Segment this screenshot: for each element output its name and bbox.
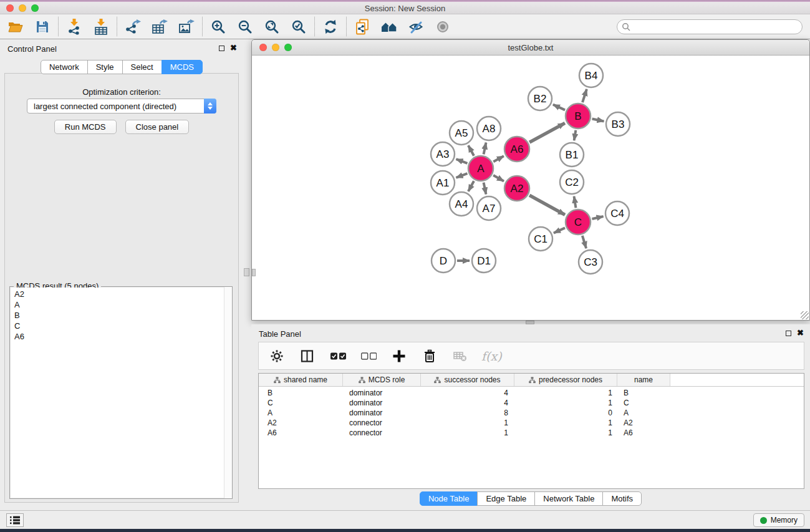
edge-B-B2[interactable] <box>553 105 565 110</box>
delete-table-icon[interactable] <box>451 346 470 366</box>
zoom-fit-icon[interactable] <box>263 17 281 37</box>
cell[interactable]: 4 <box>421 399 514 407</box>
table-tab-motifs[interactable]: Motifs <box>602 491 642 506</box>
function-builder-icon[interactable]: f(x) <box>481 349 502 363</box>
table-tab-node-table[interactable]: Node Table <box>420 491 478 506</box>
cell[interactable]: 4 <box>421 389 514 397</box>
table-row-A6[interactable]: A6connector11A6 <box>259 428 804 438</box>
edge-A-A7[interactable] <box>484 183 486 195</box>
cell[interactable]: connector <box>343 418 421 427</box>
edge-A-A2[interactable] <box>493 175 504 181</box>
cell[interactable]: B <box>259 389 343 397</box>
result-item-C[interactable]: C <box>11 321 231 331</box>
cell[interactable]: dominator <box>343 409 421 417</box>
table-tab-edge-table[interactable]: Edge Table <box>477 491 535 506</box>
result-item-A2[interactable]: A2 <box>11 288 231 299</box>
cell[interactable]: 1 <box>514 399 617 407</box>
tab-style[interactable]: Style <box>87 60 123 74</box>
edge-B-B4[interactable] <box>582 89 587 102</box>
cell[interactable]: dominator <box>343 389 421 397</box>
criterion-dropdown[interactable]: largest connected component (directed) <box>27 99 216 114</box>
select-all-icon[interactable] <box>329 346 347 366</box>
search-input[interactable] <box>617 19 803 34</box>
edge-A-A3[interactable] <box>456 159 468 163</box>
zoom-in-icon[interactable] <box>209 17 228 37</box>
hide-graphics-details-icon[interactable] <box>407 17 425 37</box>
cell[interactable]: C <box>617 399 670 407</box>
task-history-button[interactable] <box>6 513 24 527</box>
memory-button[interactable]: Memory <box>753 513 804 527</box>
open-session-icon[interactable] <box>6 17 25 37</box>
network-graph[interactable]: AA1A2A3A4A5A6A7A8BB1B2B3B4CC1C2C3C4DD1 <box>252 56 809 320</box>
edge-A-A5[interactable] <box>468 145 474 156</box>
edge-A-A6[interactable] <box>493 156 504 162</box>
close-panel-icon[interactable]: ✖ <box>230 45 237 51</box>
edge-A6-B[interactable] <box>529 123 565 142</box>
network-canvas[interactable]: AA1A2A3A4A5A6A7A8BB1B2B3B4CC1C2C3C4DD1 <box>252 56 809 320</box>
tab-network[interactable]: Network <box>41 60 88 74</box>
deselect-all-icon[interactable] <box>359 346 378 366</box>
cell[interactable]: dominator <box>343 399 421 407</box>
edge-A-A8[interactable] <box>484 143 486 155</box>
table-row-B[interactable]: Bdominator41B <box>259 388 804 398</box>
cell[interactable]: A2 <box>259 418 343 427</box>
edge-B-B1[interactable] <box>574 130 576 141</box>
table-tab-network-table[interactable]: Network Table <box>534 491 603 506</box>
table-row-A2[interactable]: A2connector11A2 <box>259 418 804 428</box>
home-icon[interactable] <box>380 17 398 37</box>
result-item-B[interactable]: B <box>11 310 231 321</box>
clone-network-icon[interactable] <box>353 17 372 37</box>
edge-C-C1[interactable] <box>554 228 565 233</box>
export-network-icon[interactable] <box>123 17 142 37</box>
result-item-A[interactable]: A <box>11 299 231 310</box>
cell[interactable]: A <box>617 409 670 417</box>
result-scrollbar[interactable] <box>224 287 232 498</box>
cell[interactable]: 1 <box>514 418 617 427</box>
column-header-shared-name[interactable]: shared name <box>259 374 343 386</box>
refresh-icon[interactable] <box>321 17 340 37</box>
add-column-icon[interactable] <box>390 346 408 366</box>
column-header-name[interactable]: name <box>617 374 670 386</box>
network-window-titlebar[interactable]: testGlobe.txt <box>252 40 809 56</box>
export-image-icon[interactable] <box>177 17 196 37</box>
cell[interactable]: A6 <box>259 428 343 437</box>
edge-B-B3[interactable] <box>592 119 604 122</box>
cell[interactable]: 1 <box>514 389 617 397</box>
column-header-successor-nodes[interactable]: successor nodes <box>421 374 514 386</box>
cell[interactable]: A6 <box>617 428 670 437</box>
zoom-selected-icon[interactable] <box>289 17 308 37</box>
cell[interactable]: B <box>617 389 670 397</box>
run-mcds-button[interactable]: Run MCDS <box>54 120 117 134</box>
tab-mcds[interactable]: MCDS <box>162 60 203 74</box>
import-network-icon[interactable] <box>65 17 84 37</box>
mcds-result-list[interactable]: A2ABCA6 <box>11 288 231 498</box>
cell[interactable]: C <box>259 399 343 407</box>
network-left-scrollbar-thumb[interactable] <box>252 269 256 276</box>
float-panel-icon[interactable] <box>219 46 224 51</box>
import-table-icon[interactable] <box>92 17 110 37</box>
edge-C-C2[interactable] <box>574 196 576 208</box>
cell[interactable]: A2 <box>617 418 670 427</box>
edge-C-C3[interactable] <box>582 236 586 248</box>
result-item-A6[interactable]: A6 <box>11 331 231 342</box>
close-table-panel-icon[interactable]: ✖ <box>797 330 804 336</box>
save-session-icon[interactable] <box>33 17 52 37</box>
close-panel-button[interactable]: Close panel <box>125 120 190 134</box>
float-table-panel-icon[interactable] <box>786 331 791 336</box>
edge-A-A1[interactable] <box>456 173 468 178</box>
cell[interactable]: 1 <box>421 428 514 437</box>
edge-A-A4[interactable] <box>468 181 474 191</box>
column-header-predecessor-nodes[interactable]: predecessor nodes <box>514 374 617 386</box>
cell[interactable]: 8 <box>421 409 514 417</box>
cell[interactable]: connector <box>343 428 421 437</box>
tab-select[interactable]: Select <box>122 60 162 74</box>
delete-selected-trash-icon[interactable] <box>420 346 439 366</box>
resize-grip-icon[interactable] <box>801 311 809 319</box>
cell[interactable]: 0 <box>514 409 617 417</box>
cell[interactable]: 1 <box>421 418 514 427</box>
table-row-A[interactable]: Adominator80A <box>259 408 804 418</box>
edge-A2-C[interactable] <box>529 195 565 215</box>
toggle-columns-icon[interactable] <box>298 346 317 366</box>
show-graphics-details-icon[interactable] <box>433 17 452 37</box>
table-row-C[interactable]: Cdominator41C <box>259 398 804 408</box>
